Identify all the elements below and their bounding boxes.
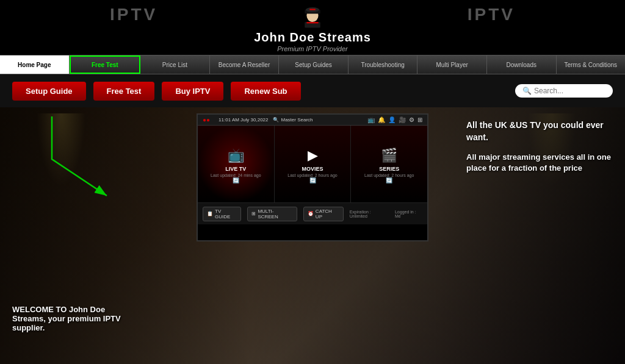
multiscreen-icon: ⊞ — [251, 211, 256, 216]
site-subtitle: Premium IPTV Provider — [277, 45, 348, 52]
hero-right-text: All the UK &US TV you could ever want. A… — [466, 120, 613, 174]
nav-bar: Home Page Free Test Price List Become A … — [0, 55, 625, 74]
live-tv-sub: Last updated: 24 mins ago — [211, 173, 261, 177]
live-tv-refresh-icon: 🔄 — [233, 177, 239, 184]
nav-item-multi-player[interactable]: Multi Player — [417, 55, 487, 74]
iptv-screen-mockup: ●● 11:01 AM July 30,2022 🔍 Master Search… — [197, 113, 428, 241]
iptv-text-right: IPTV — [468, 5, 515, 24]
user-icon: 👤 — [388, 116, 396, 123]
search-small-icon: 🔍 — [273, 117, 279, 123]
svg-rect-3 — [309, 9, 316, 10]
nav-item-setup-guides[interactable]: Setup Guides — [279, 55, 349, 74]
free-test-button[interactable]: Free Test — [93, 82, 155, 101]
header: IPTV IPTV John Doe Streams Premium IPTV … — [0, 0, 625, 55]
hat-icon — [297, 5, 328, 29]
iptv-master-search: 🔍 Master Search — [273, 117, 312, 123]
search-icon: 🔍 — [522, 87, 532, 95]
search-box[interactable]: 🔍 — [515, 84, 613, 98]
movies-sub: Last updated: 2 hours ago — [287, 173, 337, 177]
tv-icon: 📺 — [367, 116, 375, 123]
iptv-text-left: IPTV — [110, 5, 157, 24]
buy-iptv-button[interactable]: Buy IPTV — [162, 82, 223, 101]
iptv-top-bar: ●● 11:01 AM July 30,2022 🔍 Master Search… — [198, 115, 427, 126]
hero-right-line1: All the UK &US TV you could ever want. — [466, 120, 604, 142]
site-title: John Doe Streams — [254, 30, 371, 45]
movies-icon: ▶ — [308, 148, 318, 163]
movies-label: MOVIES — [302, 166, 323, 172]
nav-item-downloads[interactable]: Downloads — [487, 55, 557, 74]
setup-guide-button[interactable]: Setup Guide — [12, 82, 86, 101]
nav-item-free-test[interactable]: Free Test — [70, 55, 141, 74]
live-tv-label: LIVE TV — [225, 166, 246, 172]
iptv-main-grid: 📺 LIVE TV Last updated: 24 mins ago 🔄 ▶ … — [198, 126, 427, 202]
iptv-bottom-bar: 📋 TV GUIDE ⊞ MULTI-SCREEN ⏰ CATCH UP Exp… — [198, 202, 427, 224]
action-bar: Setup Guide Free Test Buy IPTV Renew Sub… — [0, 74, 625, 107]
iptv-time: 11:01 AM July 30,2022 — [219, 117, 268, 123]
main-content: WELCOME TO John Doe Streams, your premiu… — [0, 107, 625, 364]
live-tv-icon: 📺 — [228, 148, 244, 163]
nav-item-home[interactable]: Home Page — [0, 55, 70, 74]
catchup-icon: ⏰ — [308, 211, 314, 216]
hero-right-line2: All major streaming services all in one … — [466, 152, 613, 174]
bell-icon: 🔔 — [378, 116, 385, 123]
svg-rect-5 — [306, 22, 318, 23]
iptv-series-tile[interactable]: 🎬 SERIES Last updated: 2 hours ago 🔄 — [351, 126, 427, 202]
annotation-arrow — [3, 110, 125, 208]
nav-item-troubleshooting[interactable]: Troubleshooting — [349, 55, 418, 74]
logged-in-text: Logged in : Me — [395, 210, 422, 218]
iptv-movies-tile[interactable]: ▶ MOVIES Last updated: 2 hours ago 🔄 — [275, 126, 352, 202]
catch-up-button[interactable]: ⏰ CATCH UP — [303, 207, 344, 221]
hero-left-text: WELCOME TO John Doe Streams, your premiu… — [12, 305, 134, 332]
renew-sub-button[interactable]: Renew Sub — [231, 82, 300, 101]
series-refresh-icon: 🔄 — [386, 177, 392, 184]
iptv-live-tv-tile[interactable]: 📺 LIVE TV Last updated: 24 mins ago 🔄 — [198, 126, 275, 202]
nav-item-terms[interactable]: Terms & Conditions — [557, 55, 626, 74]
grid-icon: ⊞ — [417, 116, 422, 123]
logo-area: John Doe Streams Premium IPTV Provider — [0, 5, 625, 52]
series-label: SERIES — [379, 166, 399, 172]
nav-item-price-list[interactable]: Price List — [140, 55, 210, 74]
iptv-screen-logo: ●● — [203, 116, 210, 123]
multi-screen-button[interactable]: ⊞ MULTI-SCREEN — [247, 207, 297, 221]
settings-icon: ⚙ — [409, 116, 414, 123]
tv-guide-button[interactable]: 📋 TV GUIDE — [203, 207, 241, 221]
expiry-text: Expiration : Unlimited — [350, 210, 389, 218]
camera-icon: 🎥 — [399, 116, 406, 123]
series-icon: 🎬 — [381, 148, 397, 163]
series-sub: Last updated: 2 hours ago — [364, 173, 414, 177]
guide-icon: 📋 — [207, 211, 213, 216]
nav-item-become-reseller[interactable]: Become A Reseller — [210, 55, 280, 74]
search-input[interactable] — [534, 87, 607, 95]
movies-refresh-icon: 🔄 — [309, 177, 316, 184]
iptv-top-icons: 📺 🔔 👤 🎥 ⚙ ⊞ — [367, 116, 422, 123]
